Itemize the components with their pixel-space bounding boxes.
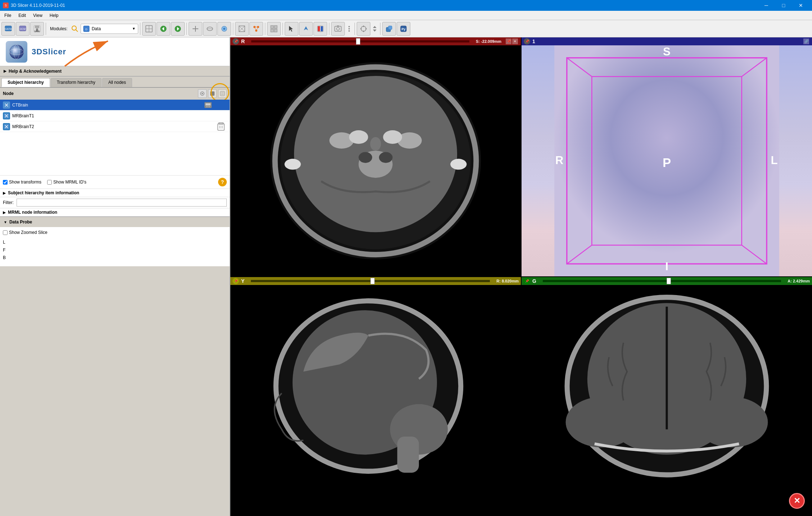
arrow-cursor-button[interactable] (285, 22, 298, 36)
menu-edit[interactable]: Edit (15, 12, 29, 19)
coronal-svg (522, 285, 812, 516)
viewport-coronal: 📌 G A: 2.429mm (522, 277, 812, 516)
fiducial-button[interactable] (235, 22, 249, 36)
svg-rect-65 (210, 91, 215, 96)
forward-button[interactable] (171, 22, 185, 36)
modules-search-button[interactable] (70, 24, 80, 34)
axial-slider[interactable] (250, 40, 471, 42)
tab-subject-hierarchy[interactable]: Subject hierarchy (1, 78, 50, 87)
data-probe-header[interactable]: ▼ Data Probe (0, 217, 230, 227)
data-probe-content: Show Zoomed Slice L F B (0, 227, 230, 266)
module-name: Data (92, 26, 101, 31)
show-mrml-ids-checkbox[interactable] (47, 180, 52, 185)
svg-marker-38 (289, 26, 293, 32)
transform-button[interactable] (249, 22, 263, 36)
node-options-button[interactable] (218, 89, 227, 98)
show-mrml-ids-label[interactable]: Show MRML ID's (47, 180, 86, 185)
data-footer: Show transforms Show MRML ID's ? (0, 175, 230, 189)
3d-content: S I R L P (522, 45, 812, 276)
node-list: Node (0, 88, 230, 175)
node-row-mrbraint1[interactable]: MRBrainT1 (0, 110, 230, 121)
right-panel: 📌 R S: -22.009mm 📌 ✕ (230, 37, 812, 516)
coronal-label: G (532, 278, 536, 284)
mrbraint1-label: MRBrainT1 (12, 113, 34, 118)
node-row-mrbraint2[interactable]: MRBrainT2 (0, 121, 230, 132)
mrml-label: MRML node information (8, 210, 57, 215)
coronal-slider[interactable] (541, 280, 782, 282)
main-layout: 3DSlicer ▶ Help & Acknowledgement Subjec… (0, 37, 812, 516)
show-zoomed-slice-checkbox[interactable] (3, 230, 8, 235)
zoomed-slice-row: Show Zoomed Slice (3, 230, 227, 235)
layout-selector[interactable] (267, 22, 281, 36)
help-button[interactable]: ? (218, 178, 227, 186)
crosshair-button[interactable] (189, 22, 202, 36)
show-transforms-checkbox[interactable] (3, 180, 8, 185)
modules-dropdown[interactable]: D Data ▼ (81, 24, 138, 34)
node-visibility-button[interactable] (198, 89, 207, 98)
tab-transform-hierarchy[interactable]: Transform hierarchy (51, 78, 102, 87)
axial-header: 📌 R S: -22.009mm 📌 ✕ (230, 37, 521, 45)
3d-view-button[interactable] (203, 22, 217, 36)
toolbar-sep-2 (140, 23, 140, 35)
axial-pin[interactable]: 📌 (233, 38, 239, 45)
menu-help[interactable]: Help (47, 12, 62, 19)
menu-file[interactable]: File (1, 12, 14, 19)
scene-button[interactable] (217, 22, 231, 36)
filter-row: Filter: (0, 197, 230, 208)
3d-label: 1 (532, 39, 535, 44)
layout-button[interactable] (142, 22, 156, 36)
close-button[interactable]: ✕ (793, 0, 809, 11)
help-header[interactable]: ▶ Help & Acknowledgement (0, 66, 230, 76)
arrow-up-button[interactable] (299, 22, 313, 36)
crosshair-nav-button[interactable] (357, 22, 370, 36)
svg-text:I: I (665, 260, 668, 273)
sagittal-slider[interactable] (249, 280, 491, 282)
svg-rect-119 (397, 436, 419, 472)
axial-close-btn[interactable]: ✕ (512, 39, 518, 44)
3d-header-btns: 🔗 (803, 38, 810, 45)
maximize-button[interactable]: □ (775, 0, 792, 11)
axial-pin-btn[interactable]: 📌 (506, 39, 511, 44)
bottom-close-button[interactable]: ✕ (789, 493, 805, 509)
tab-all-nodes[interactable]: All nodes (102, 78, 132, 87)
node-color-button[interactable] (208, 89, 217, 98)
menu-view[interactable]: View (30, 12, 45, 19)
node-row-ctbrain[interactable]: CTBrain (0, 100, 230, 110)
svg-marker-39 (304, 26, 308, 30)
crosshair-mode-button[interactable] (371, 22, 378, 36)
svg-rect-128 (537, 480, 797, 516)
svg-point-49 (361, 26, 366, 31)
show-zoomed-slice-label[interactable]: Show Zoomed Slice (3, 230, 48, 235)
screenshot-button[interactable] (331, 22, 345, 36)
svg-point-101 (383, 130, 402, 144)
svg-rect-57 (388, 26, 392, 30)
3d-link-btn[interactable]: 🔗 (803, 39, 809, 44)
show-transforms-label[interactable]: Show transforms (3, 180, 41, 185)
coronal-pin[interactable]: 📌 (524, 278, 530, 284)
svg-text:L: L (771, 154, 777, 167)
svg-rect-5 (35, 26, 39, 28)
save-button[interactable]: SAVE (30, 22, 44, 36)
modules-dropdown-arrow: ▼ (132, 27, 136, 31)
extension-button[interactable] (382, 22, 396, 36)
load-data-button[interactable]: DATA (1, 22, 15, 36)
3d-pin[interactable]: 📌 (524, 38, 530, 45)
app-icon: S (3, 3, 9, 8)
dcm-button[interactable]: DCM (16, 22, 30, 36)
minimize-button[interactable]: ─ (758, 0, 775, 11)
more-button[interactable] (346, 22, 353, 36)
show-zoomed-slice-text: Show Zoomed Slice (9, 230, 48, 235)
svg-text:DCM: DCM (20, 28, 26, 30)
viewport-axial: 📌 R S: -22.009mm 📌 ✕ (230, 37, 521, 276)
sagittal-pin[interactable]: 📌 (233, 278, 239, 284)
color-button[interactable] (313, 22, 327, 36)
filter-input[interactable] (17, 199, 227, 207)
back-button[interactable] (157, 22, 170, 36)
node-list-empty (0, 132, 230, 175)
python-button[interactable]: Py (397, 22, 410, 36)
svg-text:S: S (663, 45, 671, 58)
subject-hierarchy-info-header[interactable]: ▶ Subject hierarchy item information (3, 190, 227, 195)
mrml-node-info-header[interactable]: ▶ MRML node information (3, 210, 227, 215)
svg-point-24 (223, 28, 225, 30)
left-panel: 3DSlicer ▶ Help & Acknowledgement Subjec… (0, 37, 230, 516)
